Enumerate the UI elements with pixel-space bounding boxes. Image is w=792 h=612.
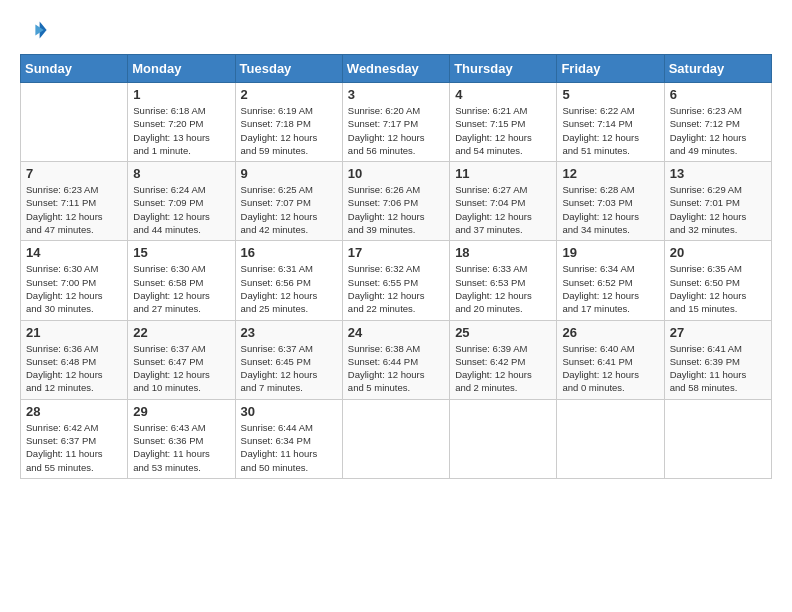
day-number: 25 <box>455 325 551 340</box>
day-info: Sunrise: 6:35 AM Sunset: 6:50 PM Dayligh… <box>670 262 766 315</box>
day-info: Sunrise: 6:19 AM Sunset: 7:18 PM Dayligh… <box>241 104 337 157</box>
day-info: Sunrise: 6:39 AM Sunset: 6:42 PM Dayligh… <box>455 342 551 395</box>
calendar-cell: 15Sunrise: 6:30 AM Sunset: 6:58 PM Dayli… <box>128 241 235 320</box>
logo-icon <box>20 16 48 44</box>
day-info: Sunrise: 6:23 AM Sunset: 7:11 PM Dayligh… <box>26 183 122 236</box>
day-number: 5 <box>562 87 658 102</box>
calendar-cell: 7Sunrise: 6:23 AM Sunset: 7:11 PM Daylig… <box>21 162 128 241</box>
calendar-cell <box>664 399 771 478</box>
calendar-cell: 12Sunrise: 6:28 AM Sunset: 7:03 PM Dayli… <box>557 162 664 241</box>
day-info: Sunrise: 6:26 AM Sunset: 7:06 PM Dayligh… <box>348 183 444 236</box>
calendar-cell: 16Sunrise: 6:31 AM Sunset: 6:56 PM Dayli… <box>235 241 342 320</box>
day-number: 28 <box>26 404 122 419</box>
day-number: 8 <box>133 166 229 181</box>
calendar-cell: 25Sunrise: 6:39 AM Sunset: 6:42 PM Dayli… <box>450 320 557 399</box>
day-info: Sunrise: 6:34 AM Sunset: 6:52 PM Dayligh… <box>562 262 658 315</box>
day-number: 15 <box>133 245 229 260</box>
day-info: Sunrise: 6:44 AM Sunset: 6:34 PM Dayligh… <box>241 421 337 474</box>
calendar-cell: 26Sunrise: 6:40 AM Sunset: 6:41 PM Dayli… <box>557 320 664 399</box>
calendar-cell <box>342 399 449 478</box>
calendar-cell: 6Sunrise: 6:23 AM Sunset: 7:12 PM Daylig… <box>664 83 771 162</box>
day-number: 27 <box>670 325 766 340</box>
day-info: Sunrise: 6:18 AM Sunset: 7:20 PM Dayligh… <box>133 104 229 157</box>
day-info: Sunrise: 6:27 AM Sunset: 7:04 PM Dayligh… <box>455 183 551 236</box>
calendar-cell: 28Sunrise: 6:42 AM Sunset: 6:37 PM Dayli… <box>21 399 128 478</box>
day-number: 20 <box>670 245 766 260</box>
calendar-cell: 23Sunrise: 6:37 AM Sunset: 6:45 PM Dayli… <box>235 320 342 399</box>
day-number: 26 <box>562 325 658 340</box>
calendar-cell <box>557 399 664 478</box>
calendar-cell: 4Sunrise: 6:21 AM Sunset: 7:15 PM Daylig… <box>450 83 557 162</box>
calendar-header-row: SundayMondayTuesdayWednesdayThursdayFrid… <box>21 55 772 83</box>
day-info: Sunrise: 6:28 AM Sunset: 7:03 PM Dayligh… <box>562 183 658 236</box>
day-number: 10 <box>348 166 444 181</box>
day-info: Sunrise: 6:43 AM Sunset: 6:36 PM Dayligh… <box>133 421 229 474</box>
calendar-cell: 3Sunrise: 6:20 AM Sunset: 7:17 PM Daylig… <box>342 83 449 162</box>
day-number: 12 <box>562 166 658 181</box>
day-number: 11 <box>455 166 551 181</box>
calendar-cell: 9Sunrise: 6:25 AM Sunset: 7:07 PM Daylig… <box>235 162 342 241</box>
calendar-cell: 14Sunrise: 6:30 AM Sunset: 7:00 PM Dayli… <box>21 241 128 320</box>
col-header-friday: Friday <box>557 55 664 83</box>
col-header-thursday: Thursday <box>450 55 557 83</box>
day-number: 29 <box>133 404 229 419</box>
logo <box>20 16 52 44</box>
day-info: Sunrise: 6:38 AM Sunset: 6:44 PM Dayligh… <box>348 342 444 395</box>
calendar-week-row: 7Sunrise: 6:23 AM Sunset: 7:11 PM Daylig… <box>21 162 772 241</box>
calendar-cell <box>450 399 557 478</box>
day-number: 17 <box>348 245 444 260</box>
day-number: 14 <box>26 245 122 260</box>
calendar-week-row: 14Sunrise: 6:30 AM Sunset: 7:00 PM Dayli… <box>21 241 772 320</box>
day-info: Sunrise: 6:20 AM Sunset: 7:17 PM Dayligh… <box>348 104 444 157</box>
page-header <box>20 16 772 44</box>
day-number: 19 <box>562 245 658 260</box>
col-header-wednesday: Wednesday <box>342 55 449 83</box>
day-number: 30 <box>241 404 337 419</box>
calendar-cell: 5Sunrise: 6:22 AM Sunset: 7:14 PM Daylig… <box>557 83 664 162</box>
calendar-cell: 22Sunrise: 6:37 AM Sunset: 6:47 PM Dayli… <box>128 320 235 399</box>
day-number: 7 <box>26 166 122 181</box>
col-header-tuesday: Tuesday <box>235 55 342 83</box>
calendar-cell: 13Sunrise: 6:29 AM Sunset: 7:01 PM Dayli… <box>664 162 771 241</box>
day-number: 4 <box>455 87 551 102</box>
day-info: Sunrise: 6:30 AM Sunset: 7:00 PM Dayligh… <box>26 262 122 315</box>
calendar-cell: 29Sunrise: 6:43 AM Sunset: 6:36 PM Dayli… <box>128 399 235 478</box>
calendar-cell: 1Sunrise: 6:18 AM Sunset: 7:20 PM Daylig… <box>128 83 235 162</box>
day-number: 22 <box>133 325 229 340</box>
day-info: Sunrise: 6:24 AM Sunset: 7:09 PM Dayligh… <box>133 183 229 236</box>
calendar-cell: 21Sunrise: 6:36 AM Sunset: 6:48 PM Dayli… <box>21 320 128 399</box>
day-info: Sunrise: 6:41 AM Sunset: 6:39 PM Dayligh… <box>670 342 766 395</box>
calendar-week-row: 28Sunrise: 6:42 AM Sunset: 6:37 PM Dayli… <box>21 399 772 478</box>
day-number: 3 <box>348 87 444 102</box>
day-info: Sunrise: 6:23 AM Sunset: 7:12 PM Dayligh… <box>670 104 766 157</box>
calendar-cell: 17Sunrise: 6:32 AM Sunset: 6:55 PM Dayli… <box>342 241 449 320</box>
calendar-cell: 8Sunrise: 6:24 AM Sunset: 7:09 PM Daylig… <box>128 162 235 241</box>
day-info: Sunrise: 6:21 AM Sunset: 7:15 PM Dayligh… <box>455 104 551 157</box>
calendar-cell: 11Sunrise: 6:27 AM Sunset: 7:04 PM Dayli… <box>450 162 557 241</box>
calendar-cell: 18Sunrise: 6:33 AM Sunset: 6:53 PM Dayli… <box>450 241 557 320</box>
day-info: Sunrise: 6:37 AM Sunset: 6:47 PM Dayligh… <box>133 342 229 395</box>
col-header-sunday: Sunday <box>21 55 128 83</box>
day-number: 23 <box>241 325 337 340</box>
calendar-cell: 19Sunrise: 6:34 AM Sunset: 6:52 PM Dayli… <box>557 241 664 320</box>
day-info: Sunrise: 6:22 AM Sunset: 7:14 PM Dayligh… <box>562 104 658 157</box>
calendar-week-row: 1Sunrise: 6:18 AM Sunset: 7:20 PM Daylig… <box>21 83 772 162</box>
calendar-week-row: 21Sunrise: 6:36 AM Sunset: 6:48 PM Dayli… <box>21 320 772 399</box>
day-number: 2 <box>241 87 337 102</box>
day-number: 16 <box>241 245 337 260</box>
day-number: 13 <box>670 166 766 181</box>
day-info: Sunrise: 6:36 AM Sunset: 6:48 PM Dayligh… <box>26 342 122 395</box>
day-number: 21 <box>26 325 122 340</box>
day-number: 24 <box>348 325 444 340</box>
day-info: Sunrise: 6:40 AM Sunset: 6:41 PM Dayligh… <box>562 342 658 395</box>
day-info: Sunrise: 6:42 AM Sunset: 6:37 PM Dayligh… <box>26 421 122 474</box>
day-number: 1 <box>133 87 229 102</box>
calendar-cell: 30Sunrise: 6:44 AM Sunset: 6:34 PM Dayli… <box>235 399 342 478</box>
calendar-cell: 27Sunrise: 6:41 AM Sunset: 6:39 PM Dayli… <box>664 320 771 399</box>
day-info: Sunrise: 6:37 AM Sunset: 6:45 PM Dayligh… <box>241 342 337 395</box>
col-header-monday: Monday <box>128 55 235 83</box>
day-info: Sunrise: 6:33 AM Sunset: 6:53 PM Dayligh… <box>455 262 551 315</box>
col-header-saturday: Saturday <box>664 55 771 83</box>
day-info: Sunrise: 6:32 AM Sunset: 6:55 PM Dayligh… <box>348 262 444 315</box>
calendar-cell: 24Sunrise: 6:38 AM Sunset: 6:44 PM Dayli… <box>342 320 449 399</box>
